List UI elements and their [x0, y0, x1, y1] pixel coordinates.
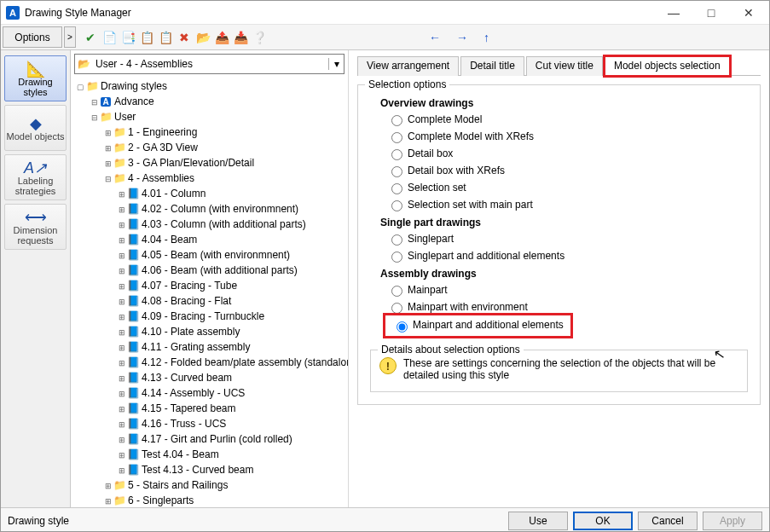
radio-input[interactable]	[391, 252, 402, 263]
radio-option[interactable]: Complete Model with XRefs	[387, 130, 748, 143]
radio-option[interactable]: Detail box with XRefs	[387, 164, 748, 177]
folder-out-icon[interactable]: 📥	[233, 30, 248, 45]
options-expand[interactable]: >	[64, 26, 76, 48]
sidebar: 📐 Drawing styles ◆ Model objects A↗ Labe…	[1, 50, 71, 507]
radio-input[interactable]	[391, 303, 402, 314]
tree-item[interactable]: ⊞📘4.14 - Assembly - UCS	[117, 386, 344, 402]
tree-label: Test 4.13 - Curved beam	[142, 464, 253, 476]
tree-item[interactable]: ⊞📁3 - GA Plan/Elevation/Detail	[103, 156, 344, 171]
sidebar-item-labeling[interactable]: A↗ Labeling strategies	[4, 154, 67, 200]
apply-button[interactable]: Apply	[703, 512, 762, 530]
tree-item[interactable]: ⊞📘4.04 - Beam	[117, 233, 344, 248]
tree-label: 4.16 - Truss - UCS	[142, 418, 226, 430]
tree[interactable]: ▢📁Drawing styles ⊟AAdvance ⊟📁User ⊞📁1 - …	[71, 78, 348, 507]
radio-option[interactable]: Selection set	[387, 181, 748, 194]
tab-model-objects-selection[interactable]: Model objects selection	[605, 56, 730, 76]
radio-option[interactable]: Mainpart	[387, 283, 748, 297]
tree-label: 4.05 - Beam (with environmnent)	[142, 249, 290, 261]
help-icon[interactable]: ❔	[252, 30, 267, 45]
radio-input[interactable]	[391, 149, 402, 160]
ok-button[interactable]: OK	[573, 512, 633, 530]
tree-item[interactable]: ⊞📘4.01 - Column	[117, 187, 344, 202]
radio-option[interactable]: Singlepart	[387, 232, 748, 246]
radio-input[interactable]	[397, 321, 408, 332]
tree-item[interactable]: ⊞📘4.11 - Grating assembly	[117, 340, 344, 356]
radio-input[interactable]	[391, 234, 402, 246]
tree-item[interactable]: ⊞📘4.09 - Bracing - Turnbuckle	[117, 309, 344, 325]
sidebar-item-label: Labeling strategies	[5, 176, 66, 196]
tree-root[interactable]: ▢📁Drawing styles ⊟AAdvance ⊟📁User ⊞📁1 - …	[76, 79, 344, 507]
sidebar-item-dimension[interactable]: ⟷ Dimension requests	[4, 204, 67, 250]
tree-item[interactable]: ⊞📘4.06 - Beam (with additional parts)	[117, 263, 344, 279]
new-icon[interactable]: 📄	[101, 30, 117, 45]
sidebar-item-model-objects[interactable]: ◆ Model objects	[4, 105, 67, 151]
cancel-button[interactable]: Cancel	[638, 512, 698, 530]
tree-user[interactable]: ⊟📁User ⊞📁1 - Engineering⊞📁2 - GA 3D View…	[90, 110, 344, 507]
use-button[interactable]: Use	[508, 512, 568, 530]
close-button[interactable]: ✕	[730, 1, 767, 25]
radio-option[interactable]: Selection set with main part	[387, 198, 748, 211]
radio-input[interactable]	[391, 200, 402, 211]
radio-option[interactable]: Mainpart and additional elements	[387, 317, 748, 334]
tree-label: Drawing styles	[101, 80, 167, 92]
bottom-label: Drawing style	[8, 515, 69, 527]
maximize-button[interactable]: □	[692, 1, 730, 25]
tree-item[interactable]: ⊞📘4.05 - Beam (with environmnent)	[117, 248, 344, 263]
nav-up-icon[interactable]: ↑	[483, 31, 489, 44]
tree-item[interactable]: ⊞📁6 - Singleparts	[103, 494, 344, 507]
tree-item[interactable]: ⊞📘4.02 - Column (with environmnent)	[117, 202, 344, 217]
copy-doc-icon[interactable]: 📑	[120, 30, 136, 45]
tree-item[interactable]: ⊞📘4.12 - Folded beam/plate assembly (sta…	[117, 356, 344, 371]
toolbar-icons: ✔ 📄 📑 📋 📋 ✖ 📂 📤 📥 ❔	[79, 25, 267, 49]
tab-view-arrangement[interactable]: View arrangement	[357, 56, 459, 76]
minimize-button[interactable]: ―	[655, 1, 692, 25]
tab-cut-view-title[interactable]: Cut view title	[526, 56, 603, 76]
tree-item[interactable]: ⊞📘4.10 - Plate assembly	[117, 325, 344, 340]
radio-option[interactable]: Singlepart and additional elements	[387, 249, 748, 263]
tree-item[interactable]: ⊞📘Test 4.04 - Beam	[117, 448, 344, 463]
tree-item[interactable]: ⊞📘4.13 - Curved beam	[117, 371, 344, 386]
radio-label: Mainpart	[408, 284, 448, 296]
radio-input[interactable]	[391, 183, 402, 194]
tree-label: 6 - Singleparts	[128, 494, 194, 506]
sidebar-item-drawing-styles[interactable]: 📐 Drawing styles	[4, 55, 67, 101]
right-pane: View arrangement Detail title Cut view t…	[349, 50, 769, 507]
radio-input[interactable]	[391, 115, 402, 126]
details-legend: Details about selection options	[378, 344, 524, 356]
tree-item[interactable]: ⊞📘4.07 - Bracing - Tube	[117, 279, 344, 294]
paste-icon[interactable]: 📋	[158, 30, 173, 45]
folder-up-icon[interactable]: 📤	[214, 30, 229, 45]
tree-item[interactable]: ⊟📁4 - Assemblies⊞📘4.01 - Column⊞📘4.02 - …	[103, 171, 344, 478]
tree-label: 4.12 - Folded beam/plate assembly (stand…	[142, 356, 348, 368]
copy-icon[interactable]: 📋	[139, 30, 154, 45]
radio-input[interactable]	[391, 166, 402, 177]
folder-open-icon[interactable]: 📂	[195, 30, 211, 45]
tree-item[interactable]: ⊞📁2 - GA 3D View	[103, 141, 344, 156]
nav-forward-icon[interactable]: →	[456, 31, 468, 44]
tree-item[interactable]: ⊞📁1 - Engineering	[103, 125, 344, 141]
radio-option[interactable]: Complete Model	[387, 113, 748, 126]
tab-detail-title[interactable]: Detail title	[460, 56, 524, 76]
tree-item[interactable]: ⊞📘4.08 - Bracing - Flat	[117, 294, 344, 309]
delete-icon[interactable]: ✖	[177, 30, 192, 45]
tree-item[interactable]: ⊞📘4.15 - Tapered beam	[117, 402, 344, 417]
tree-item[interactable]: ⊞📘4.03 - Column (with additional parts)	[117, 217, 344, 233]
radio-input[interactable]	[391, 286, 402, 297]
tree-item[interactable]: ⊞📁5 - Stairs and Railings	[103, 478, 344, 494]
tree-item[interactable]: ⊞📘4.17 - Girt and Purlin (cold rolled)	[117, 432, 344, 448]
tree-item[interactable]: ⊞📘4.16 - Truss - UCS	[117, 417, 344, 432]
radio-option[interactable]: Detail box	[387, 147, 748, 160]
check-icon[interactable]: ✔	[83, 30, 98, 45]
nav-back-icon[interactable]: ←	[429, 31, 441, 44]
radio-option[interactable]: Mainpart with environment	[387, 300, 748, 314]
sidebar-item-label: Drawing styles	[5, 77, 66, 97]
tree-label: 5 - Stairs and Railings	[128, 479, 228, 491]
tree-item[interactable]: ⊞📘Test 4.13 - Curved beam	[117, 463, 344, 478]
options-button[interactable]: Options	[3, 26, 62, 48]
chevron-down-icon[interactable]: ▾	[328, 58, 344, 70]
tree-advance[interactable]: ⊟AAdvance	[90, 95, 344, 110]
radio-label: Mainpart and additional elements	[413, 319, 564, 332]
bottom-bar: Drawing style Use OK Cancel Apply	[1, 507, 769, 532]
path-combo[interactable]: 📂 User - 4 - Assemblies ▾	[74, 54, 344, 74]
radio-input[interactable]	[391, 132, 402, 143]
